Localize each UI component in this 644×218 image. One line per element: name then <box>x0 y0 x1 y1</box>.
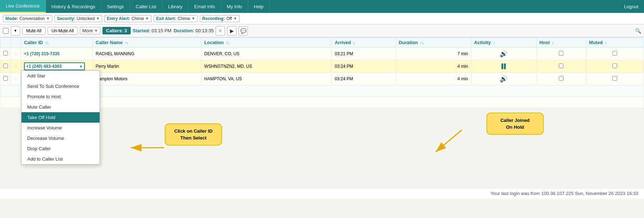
muted-sort: ↑ <box>605 41 607 45</box>
annotation-caller-id-bubble: Click on Caller IDThen Select <box>165 123 222 146</box>
entry-alert-select[interactable]: Entry Alert: Chime ▼ <box>104 15 152 22</box>
row3-caller-name: Hampton Motors <box>93 73 201 85</box>
caller-name-sort: ↑↓ <box>125 41 129 45</box>
chat-icon-btn[interactable]: 💬 <box>239 26 248 35</box>
row2-muted-checkbox[interactable] <box>612 63 617 68</box>
recording-select[interactable]: Recording: Off ▼ <box>200 15 240 22</box>
entry-value: Chime <box>131 16 144 21</box>
row1-checkbox[interactable] <box>3 51 8 56</box>
arrived-sort: ↓ <box>353 41 355 45</box>
dropdown-add-caller-list[interactable]: Add to Caller List <box>21 154 100 164</box>
clear-icon-btn[interactable]: ✕ <box>216 26 225 35</box>
col-duration: Duration ↑↓ <box>396 38 471 48</box>
nav-logout[interactable]: Logout <box>618 0 644 13</box>
row1-activity: 🔊 <box>471 48 536 60</box>
caller-id-dropdown-menu: Add Star Send To Sub Conference Promote … <box>21 70 100 165</box>
col-checkbox <box>0 38 11 48</box>
select-all-checkbox[interactable] <box>3 28 9 34</box>
dropdown-send-sub-conference[interactable]: Send To Sub Conference <box>21 81 100 91</box>
table-section: Caller ID ↑↓ Caller Name ↑↓ Location ↑↓ … <box>0 37 644 188</box>
col-location: Location ↑↓ <box>201 38 332 48</box>
duration-time: 00:13:35 <box>196 28 214 33</box>
row2-pause-icon <box>474 63 533 69</box>
row2-activity <box>471 60 536 73</box>
duration-label: Duration: <box>174 28 194 33</box>
duration-info: Duration: 00:13:35 <box>174 28 214 33</box>
dropdown-take-off-hold[interactable]: Take Off Hold <box>21 112 100 123</box>
row3-muted-checkbox[interactable] <box>612 76 617 81</box>
unmute-all-button[interactable]: Un-Mute All <box>48 27 78 35</box>
nav-history-recordings[interactable]: History & Recordings <box>46 0 101 13</box>
nav-live-conference[interactable]: Live Conference <box>0 0 46 13</box>
row1-muted-checkbox[interactable] <box>612 51 617 56</box>
row2-host-checkbox[interactable] <box>559 63 563 68</box>
row3-host-checkbox[interactable] <box>559 76 563 81</box>
col-activity: Activity ↑ <box>471 38 536 48</box>
search-icon[interactable]: 🔍 <box>635 28 641 34</box>
dropdown-decrease-volume[interactable]: Decrease Volume <box>21 133 100 143</box>
row2-caller-id-cell: +1 (240) 483-4303 ▼ Add Star Send To Sub… <box>21 60 93 73</box>
nav-settings[interactable]: Settings <box>101 0 130 13</box>
row3-activity: 🔊 <box>471 73 536 85</box>
row2-caller-id-dropdown-trigger[interactable]: +1 (240) 483-4303 ▼ <box>24 62 85 70</box>
dropdown-increase-volume[interactable]: Increase Volume <box>21 123 100 133</box>
nav-my-info[interactable]: My Info <box>221 0 248 13</box>
started-time: 03:15 PM <box>152 28 172 33</box>
mode-chevron: ▼ <box>46 16 50 20</box>
annotation-on-hold-bubble: Caller JoinedOn Hold <box>486 113 544 135</box>
nav-help[interactable]: Help <box>248 0 270 13</box>
dropdown-mute-caller[interactable]: Mute Caller <box>21 102 100 112</box>
more-button[interactable]: More ▼ <box>80 27 101 34</box>
callers-label: Callers: <box>106 28 123 33</box>
col-caller-id: Caller ID ↑↓ <box>21 38 93 48</box>
row3-arrived: 03:24 PM <box>332 73 396 85</box>
nav-library[interactable]: Library <box>163 0 189 13</box>
mute-all-button[interactable]: Mute All <box>22 27 45 35</box>
duration-sort: ↑↓ <box>420 41 424 45</box>
controls-bar: ▼ Mute All Un-Mute All More ▼ Callers: 3… <box>0 24 644 37</box>
mode-value: Conversation <box>19 16 45 21</box>
row1-arrived: 03:21 PM <box>332 48 396 60</box>
row3-checkbox[interactable] <box>3 76 8 81</box>
nav-caller-list[interactable]: Caller List <box>130 0 163 13</box>
row1-star-cell[interactable]: ☆ <box>11 48 21 60</box>
row2-host <box>536 60 586 73</box>
callers-table-container: Caller ID ↑↓ Caller Name ↑↓ Location ↑↓ … <box>0 37 644 108</box>
row3-checkbox-cell <box>0 73 11 85</box>
started-info: Started: 03:15 PM <box>133 28 172 33</box>
footer: Your last login was from 100.36.107.225 … <box>0 188 644 199</box>
row2-checkbox-cell <box>0 60 11 73</box>
dropdown-promote-host[interactable]: Promote to Host <box>21 91 100 102</box>
footer-text: Your last login was from 100.36.107.225 … <box>491 191 638 196</box>
row2-muted <box>586 60 644 73</box>
annotation-bubble1-text: Click on Caller IDThen Select <box>174 128 213 141</box>
play-icon-btn[interactable]: ▶ <box>227 26 236 35</box>
row1-duration: 7 min <box>396 48 471 60</box>
dropdown-drop-caller[interactable]: Drop Caller <box>21 143 100 154</box>
row2-checkbox[interactable] <box>3 63 8 68</box>
caller-id-sort: ↑↓ <box>45 41 49 45</box>
host-sort: ↓ <box>552 41 554 45</box>
pause-bar-right <box>504 63 506 69</box>
settings-bar: Mode: Conversation ▼ Security: Unlocked … <box>0 13 644 24</box>
security-value: Unlocked <box>77 16 95 21</box>
row2-star-cell[interactable]: ☆ <box>11 60 21 73</box>
exit-chevron: ▼ <box>192 16 195 20</box>
row2-caller-id-chevron: ▼ <box>79 65 83 68</box>
mode-label: Mode: <box>5 16 18 21</box>
col-arrived: Arrived ↓ <box>332 38 396 48</box>
row3-star-cell[interactable]: ☆ <box>11 73 21 85</box>
more-chevron: ▼ <box>94 29 98 33</box>
exit-label: Exit Alert: <box>156 16 176 21</box>
col-star <box>11 38 21 48</box>
dropdown-add-star[interactable]: Add Star <box>21 71 100 81</box>
row1-host-checkbox[interactable] <box>559 51 563 56</box>
exit-alert-select[interactable]: Exit Alert: Chime ▼ <box>154 15 198 22</box>
mode-select[interactable]: Mode: Conversation ▼ <box>3 15 52 22</box>
col-muted: Muted ↑ <box>586 38 644 48</box>
security-select[interactable]: Security: Unlocked ▼ <box>54 15 102 22</box>
row2-caller-id: +1 (240) 483-4303 <box>26 64 78 69</box>
expand-btn[interactable]: ▼ <box>11 26 20 35</box>
row2-location: WSHNGTNZN2, MD, US <box>201 60 332 73</box>
nav-email-info[interactable]: Email Info <box>188 0 221 13</box>
